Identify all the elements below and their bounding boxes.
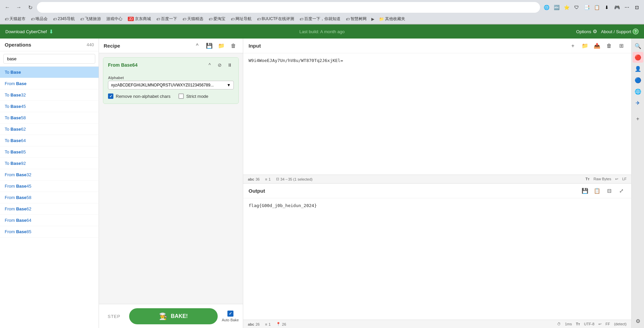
ext-icon-3[interactable]: ⭐ (562, 3, 571, 12)
op-item-to-base45[interactable]: To Base45 (0, 101, 99, 112)
bookmark-label: 百度一下，你就知道 (304, 16, 340, 22)
bookmark-tianmao[interactable]: 🏷 天猫超市 (3, 15, 28, 22)
ext-icon-7[interactable]: ⬇ (602, 3, 611, 12)
back-button[interactable]: ← (3, 3, 12, 12)
op-item-from-base64[interactable]: From Base64 (0, 215, 99, 226)
refresh-button[interactable]: ↻ (25, 3, 35, 12)
download-cyberchef-button[interactable]: Download CyberChef ⬇ (5, 28, 53, 35)
output-textarea[interactable]: flag{G00d_j0b_heidun_2024} (243, 198, 631, 320)
collapse-card-button[interactable]: ^ (206, 61, 214, 69)
far-right-settings-icon[interactable]: ⚙ (633, 316, 643, 326)
open-recipe-button[interactable]: 📁 (217, 41, 226, 51)
remove-non-alphabet-checkbox[interactable]: ✓ Remove non-alphabet chars (108, 93, 170, 99)
far-right-send-icon[interactable]: ✈ (633, 97, 643, 108)
bookmark-icon: 🏷 (156, 17, 160, 21)
op-name-bold: Base (10, 161, 21, 166)
bookmark-feizhu[interactable]: 🏷 飞猪旅游 (78, 15, 103, 22)
bookmark-icon: 🏷 (231, 17, 234, 21)
bookmark-taobao[interactable]: 🏷 爱淘宝 (207, 15, 227, 22)
alphabet-select[interactable]: xyzABCDEFGHIJKLMNOPQRSTUVWXYZ0123456789.… (108, 81, 234, 89)
collapse-recipe-button[interactable]: ^ (193, 41, 202, 51)
sidebar-header: Operations 440 (0, 39, 99, 51)
op-item-to-base58[interactable]: To Base58 (0, 112, 99, 124)
op-item-to-base62[interactable]: To Base62 (0, 124, 99, 135)
recipe-header: Recipe ^ 💾 📁 🗑 (99, 39, 243, 53)
bookmark-nav[interactable]: 🏷 网址导航 (229, 15, 254, 22)
jd-badge: JD (128, 17, 134, 21)
far-right-user-icon[interactable]: 👤 (633, 63, 643, 74)
output-header-icons: 💾 📋 ⊟ ⤢ (580, 186, 626, 196)
output-copy-button[interactable]: 📋 (592, 186, 602, 196)
options-button[interactable]: Options ⚙ (576, 28, 597, 35)
about-support-button[interactable]: About / Support ? (601, 28, 639, 35)
output-header: Output 💾 📋 ⊟ ⤢ (243, 184, 631, 198)
op-item-to-base92[interactable]: To Base92 (0, 158, 99, 169)
far-right-badge-icon[interactable]: 🔴 (633, 52, 643, 63)
ext-icon-5[interactable]: 📑 (582, 3, 591, 12)
op-item-from-base32[interactable]: From Base32 (0, 169, 99, 181)
bookmark-label: 网址导航 (235, 16, 252, 22)
op-item-from-base[interactable]: From Base (0, 78, 99, 89)
op-prefix: From (5, 206, 16, 211)
address-bar[interactable]: https://ctf.mzy0.com/CyberChef3/#recipe=… (37, 2, 540, 13)
strict-mode-checkbox[interactable]: Strict mode (178, 93, 208, 99)
bookmarks-more[interactable]: ▶ (370, 16, 376, 22)
op-item-from-base85[interactable]: From Base85 (0, 226, 99, 238)
save-recipe-button[interactable]: 💾 (205, 41, 214, 51)
input-open-folder-button[interactable]: 📤 (592, 41, 602, 51)
bookmark-folder[interactable]: 📁 其他收藏夹 (377, 15, 407, 22)
far-right-add-icon[interactable]: + (633, 114, 643, 124)
ext-icon-6[interactable]: 📋 (592, 3, 601, 12)
delete-recipe-button[interactable]: 🗑 (229, 41, 238, 51)
forward-button[interactable]: → (14, 3, 23, 12)
bookmark-icon: 🏷 (31, 17, 35, 21)
bookmark-vipshop[interactable]: 🏷 唯品会 (29, 15, 50, 22)
far-right-global-icon[interactable]: 🌐 (633, 86, 643, 97)
far-right-search-icon[interactable]: 🔍 (633, 41, 643, 51)
op-item-to-base85[interactable]: To Base85 (0, 146, 99, 158)
auto-bake-checkbox[interactable]: ✓ (227, 311, 233, 317)
step-button[interactable]: STEP (103, 311, 125, 322)
output-save-button[interactable]: 💾 (580, 186, 590, 196)
gear-icon: ⚙ (593, 28, 597, 35)
bookmark-buuctf[interactable]: 🏷 BUUCTF在线评测 (255, 15, 296, 22)
input-tabs-button[interactable]: ⊞ (616, 41, 626, 51)
op-item-from-base62[interactable]: From Base62 (0, 203, 99, 215)
input-open-file-button[interactable]: 📁 (580, 41, 590, 51)
op-item-to-base[interactable]: To Base (0, 67, 99, 78)
disable-card-button[interactable]: ⊘ (216, 61, 224, 69)
op-item-from-base45[interactable]: From Base45 (0, 181, 99, 192)
ext-icon-4[interactable]: 🛡 (572, 3, 581, 12)
search-input[interactable] (3, 54, 95, 64)
bookmark-baidu[interactable]: 🏷 百度一下 (154, 15, 179, 22)
bookmark-zhihuishu[interactable]: 🏷 智慧树网 (344, 15, 369, 22)
op-item-from-base58[interactable]: From Base58 (0, 192, 99, 203)
checkbox-box-unchecked (178, 93, 184, 99)
ext-icon-10[interactable]: ⊡ (633, 3, 641, 12)
ext-icon-2[interactable]: 🔤 (552, 3, 561, 12)
ext-icon-1[interactable]: 🌐 (542, 3, 551, 12)
op-item-to-base32[interactable]: To Base32 (0, 89, 99, 101)
ext-icon-8[interactable]: 🎮 (612, 3, 621, 12)
input-add-button[interactable]: + (568, 41, 578, 51)
output-expand-button[interactable]: ⊟ (604, 186, 614, 196)
bookmark-tmjx[interactable]: 🏷 天猫精选 (180, 15, 205, 22)
op-suffix: 85 (21, 149, 25, 154)
output-fullscreen-button[interactable]: ⤢ (616, 186, 626, 196)
op-suffix: 64 (21, 138, 25, 143)
input-clear-button[interactable]: 🗑 (604, 41, 614, 51)
bake-button[interactable]: 👨‍🍳 BAKE! (129, 308, 218, 324)
bookmark-game[interactable]: 游戏中心 (104, 15, 124, 22)
operations-list: To Base From Base To Base32 To Base45 To… (0, 67, 99, 328)
far-right-sync-icon[interactable]: 🔵 (633, 75, 643, 85)
op-item-to-base64[interactable]: To Base64 (0, 135, 99, 146)
bookmark-baidu2[interactable]: 🏷 百度一下，你就知道 (298, 15, 342, 22)
url-input[interactable]: https://ctf.mzy0.com/CyberChef3/#recipe=… (42, 5, 535, 10)
input-textarea[interactable]: W9i4WoeEJAy7Un/hV8u/WT870Tq2J6xjKEl= (243, 53, 631, 175)
pause-card-button[interactable]: ⏸ (226, 61, 234, 69)
folder-icon: 📁 (379, 17, 384, 21)
bookmark-jd[interactable]: JD 京东商城 (126, 15, 153, 22)
bookmark-2345[interactable]: 🏷 2345导航 (51, 15, 77, 22)
ext-icon-9[interactable]: ⋯ (623, 3, 631, 12)
op-prefix: From (5, 184, 16, 189)
